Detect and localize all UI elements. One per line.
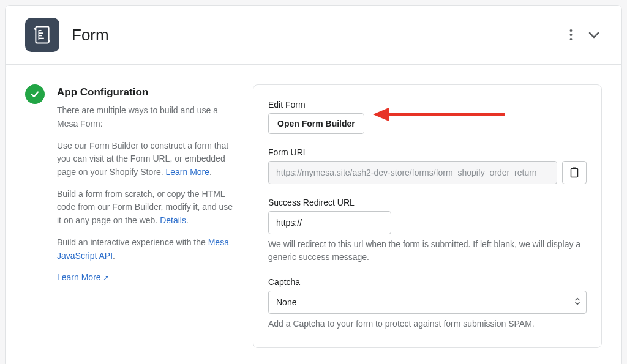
sidebar-p3-text: Build an interactive experience with the [57, 237, 208, 247]
sidebar-learn-more: Learn More↗ [57, 271, 233, 284]
svg-rect-12 [573, 168, 576, 170]
sidebar-p3: Build an interactive experience with the… [57, 236, 233, 262]
learn-more-link-bottom[interactable]: Learn More↗ [57, 272, 109, 282]
page-header: Form [6, 6, 621, 65]
sidebar-intro: There are multiple ways to build and use… [57, 104, 233, 130]
form-app-icon [25, 18, 59, 52]
success-url-help: We will redirect to this url when the fo… [268, 238, 587, 264]
svg-point-7 [570, 34, 573, 36]
sidebar-p1: Use our Form Builder to construct a form… [57, 139, 233, 179]
chevron-down-icon [588, 32, 599, 39]
check-icon [30, 89, 40, 99]
svg-rect-11 [571, 169, 578, 177]
success-url-input[interactable] [268, 211, 391, 234]
svg-point-8 [570, 38, 573, 40]
edit-form-label: Edit Form [268, 100, 587, 110]
sidebar-heading: App Configuration [57, 84, 233, 100]
left-column: App Configuration There are multiple way… [25, 84, 233, 348]
content-area: App Configuration There are multiple way… [6, 65, 621, 364]
svg-rect-0 [36, 27, 48, 43]
form-url-group: Form URL [268, 147, 587, 184]
sidebar-p2-text: Build a form from scratch, or copy the H… [57, 189, 233, 225]
more-menu-button[interactable] [567, 26, 575, 43]
sidebar-text: App Configuration There are multiple way… [57, 84, 233, 348]
success-url-label: Success Redirect URL [268, 198, 587, 207]
sidebar-p2: Build a form from scratch, or copy the H… [57, 188, 233, 228]
details-link[interactable]: Details [160, 215, 186, 225]
captcha-select-wrap: None [268, 291, 587, 314]
external-link-icon: ↗ [103, 273, 109, 282]
period: . [186, 215, 189, 225]
page-title: Form [72, 26, 567, 45]
kebab-icon [569, 29, 573, 41]
page-container: Form App Co [5, 5, 622, 364]
captcha-select[interactable]: None [268, 291, 587, 314]
copy-url-button[interactable] [562, 161, 587, 184]
config-card: Edit Form Open Form Builder Form URL [253, 84, 602, 348]
form-url-row [268, 161, 587, 184]
header-actions [567, 26, 602, 43]
svg-point-6 [570, 29, 573, 32]
clipboard-icon [569, 167, 579, 178]
edit-form-group: Edit Form Open Form Builder [268, 100, 587, 134]
form-url-input[interactable] [268, 161, 557, 184]
learn-more-text: Learn More [57, 272, 101, 282]
period: . [209, 167, 212, 177]
success-url-group: Success Redirect URL We will redirect to… [268, 198, 587, 264]
collapse-button[interactable] [586, 29, 602, 41]
captcha-group: Captcha None Add a Captcha to your form … [268, 277, 587, 330]
status-check-badge [25, 84, 45, 104]
captcha-label: Captcha [268, 277, 587, 287]
form-url-label: Form URL [268, 147, 587, 157]
period: . [113, 251, 115, 261]
open-form-builder-button[interactable]: Open Form Builder [268, 113, 364, 134]
captcha-help: Add a Captcha to your form to protect ag… [268, 318, 587, 330]
learn-more-link-1[interactable]: Learn More [165, 167, 209, 177]
